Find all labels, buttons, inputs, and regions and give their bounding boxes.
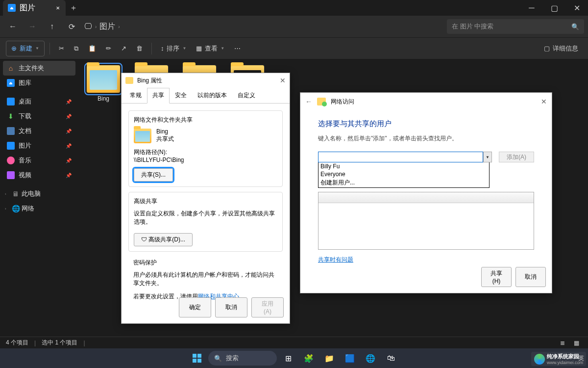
- trouble-link[interactable]: 共享时有问题: [318, 256, 353, 264]
- share-button[interactable]: 共享(H): [481, 267, 512, 287]
- sidebar-item-home[interactable]: ⌂主文件夹: [3, 61, 75, 76]
- up-button[interactable]: ↑: [43, 18, 61, 35]
- close-button[interactable]: ✕: [280, 77, 286, 84]
- chevron-right-icon: ›: [95, 24, 97, 29]
- pictures-icon: [7, 142, 15, 150]
- cancel-button[interactable]: 取消: [515, 267, 546, 287]
- more-button[interactable]: ⋯: [230, 41, 245, 56]
- sidebar-item-desktop[interactable]: 桌面📌: [3, 94, 75, 109]
- details-button[interactable]: ▢ 详细信息: [540, 41, 582, 56]
- taskbar-edge[interactable]: 🌐: [361, 350, 380, 366]
- logo-icon: [534, 354, 545, 365]
- tab-previous-versions[interactable]: 以前的版本: [192, 88, 232, 103]
- task-view-button[interactable]: ⊞: [279, 350, 297, 366]
- taskbar-explorer[interactable]: 📁: [320, 350, 339, 366]
- netpath-label: 网络路径(N):: [134, 148, 277, 157]
- folder-bing[interactable]: Bing: [84, 65, 122, 102]
- password-desc: 用户必须具有此计算机的用户帐户和密码，才能访问共享文件夹。: [133, 271, 278, 288]
- advanced-share-button[interactable]: 🛡 高级共享(D)...: [134, 233, 193, 246]
- pc-icon: 🖥: [12, 190, 20, 198]
- view-button[interactable]: ▦ 查看 ▼: [192, 41, 228, 56]
- shield-icon: 🛡: [141, 236, 147, 243]
- tab-general[interactable]: 常规: [124, 88, 147, 103]
- cancel-button[interactable]: 取消: [215, 297, 247, 317]
- share-status: 共享式: [156, 135, 174, 143]
- home-icon: ⌂: [7, 64, 15, 72]
- start-button[interactable]: [188, 350, 206, 366]
- search-icon: 🔍: [214, 355, 222, 362]
- breadcrumb[interactable]: 🖵 › 图片 ›: [84, 22, 120, 32]
- forward-button[interactable]: →: [24, 18, 41, 35]
- grid-view-button[interactable]: ▦: [570, 338, 582, 348]
- sidebar-item-downloads[interactable]: ⬇下载📌: [3, 109, 75, 124]
- tab-sharing[interactable]: 共享: [147, 88, 170, 104]
- sidebar-item-network[interactable]: ›🌐网络: [3, 201, 75, 216]
- pin-icon: 📌: [66, 143, 72, 149]
- back-button[interactable]: ←: [4, 18, 22, 35]
- list-view-button[interactable]: ≣: [557, 338, 568, 348]
- dropdown-button[interactable]: ▼: [483, 152, 492, 162]
- new-button[interactable]: ⊕ 新建 ▼: [6, 41, 45, 56]
- copy-icon: ⧉: [74, 45, 78, 53]
- taskbar-store[interactable]: 🛍: [382, 350, 400, 366]
- sort-button[interactable]: ↕ 排序 ▼: [157, 41, 190, 56]
- dropdown-option[interactable]: Everyone: [318, 170, 489, 178]
- gallery-icon: [7, 79, 15, 87]
- taskbar-search[interactable]: 🔍搜索: [208, 351, 277, 366]
- close-window-button[interactable]: ✕: [565, 0, 588, 16]
- user-input[interactable]: [318, 152, 483, 162]
- dialog-titlebar[interactable]: Bing 属性 ✕: [122, 73, 290, 88]
- breadcrumb-item[interactable]: 图片: [99, 22, 115, 32]
- rename-icon: ✏: [106, 45, 111, 52]
- tab-pictures[interactable]: 图片 ✕: [3, 0, 66, 16]
- cut-button[interactable]: ✂: [55, 41, 68, 56]
- tab-customize[interactable]: 自定义: [232, 88, 261, 103]
- pictures-icon: [8, 4, 16, 12]
- sidebar-item-thispc[interactable]: ›🖥此电脑: [3, 186, 75, 201]
- user-dropdown: Billy Fu Everyone 创建新用户...: [318, 162, 490, 188]
- share-button[interactable]: 共享(S)...: [134, 168, 173, 182]
- dropdown-option[interactable]: Billy Fu: [318, 162, 489, 170]
- rename-button[interactable]: ✏: [102, 41, 115, 56]
- back-button[interactable]: ←: [305, 98, 312, 105]
- minimize-button[interactable]: ─: [520, 0, 543, 16]
- share-icon: ↗: [121, 45, 126, 52]
- apply-button[interactable]: 应用(A): [251, 297, 284, 317]
- svg-rect-2: [193, 359, 196, 363]
- taskbar-app[interactable]: 🧩: [299, 350, 318, 366]
- search-input[interactable]: 在 图片 中搜索 🔍: [447, 19, 584, 34]
- dialog-titlebar[interactable]: ← 网络访问 ✕: [300, 93, 552, 110]
- share-button[interactable]: ↗: [117, 41, 130, 56]
- list-header: [318, 192, 534, 203]
- sidebar-item-music[interactable]: 音乐📌: [3, 153, 75, 168]
- maximize-button[interactable]: ▢: [543, 0, 565, 16]
- svg-rect-3: [197, 359, 201, 363]
- ok-button[interactable]: 确定: [179, 297, 211, 317]
- sidebar-item-videos[interactable]: 视频📌: [3, 168, 75, 183]
- add-button[interactable]: 添加(A): [499, 152, 534, 162]
- sidebar-item-pictures[interactable]: 图片📌: [3, 138, 75, 153]
- taskbar-app[interactable]: 🟦: [341, 350, 359, 366]
- tab-security[interactable]: 安全: [170, 88, 192, 103]
- pin-icon: 📌: [66, 99, 72, 105]
- copy-button[interactable]: ⧉: [70, 41, 82, 56]
- subtext: 键入名称，然后单击"添加"，或者单击箭头查找用户。: [318, 134, 534, 143]
- new-tab-button[interactable]: ＋: [66, 0, 81, 16]
- share-folder-icon: [317, 98, 326, 105]
- close-button[interactable]: ✕: [541, 98, 547, 105]
- delete-button[interactable]: 🗑: [132, 41, 147, 56]
- pin-icon: 📌: [66, 173, 72, 178]
- sidebar-item-documents[interactable]: 文档📌: [3, 124, 75, 138]
- close-tab-icon[interactable]: ✕: [54, 4, 62, 12]
- paste-button[interactable]: 📋: [84, 41, 100, 56]
- video-icon: [7, 171, 15, 179]
- user-permission-list[interactable]: [318, 192, 534, 250]
- dropdown-option[interactable]: 创建新用户...: [318, 178, 489, 187]
- sidebar-item-gallery[interactable]: 图库: [3, 76, 75, 90]
- separator: [49, 43, 50, 54]
- monitor-icon: 🖵: [84, 22, 92, 31]
- refresh-button[interactable]: ⟳: [63, 18, 80, 35]
- tab-label: 图片: [20, 3, 35, 13]
- cut-icon: ✂: [59, 45, 64, 52]
- watermark: 纯净系统家园 www.yidaimei.com: [531, 352, 586, 366]
